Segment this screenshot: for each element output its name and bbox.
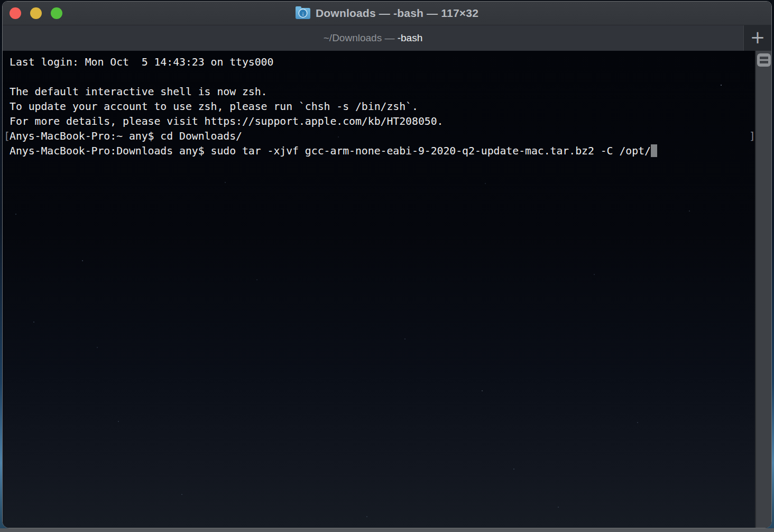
terminal-line: To update your account to use zsh, pleas… bbox=[10, 99, 753, 114]
new-tab-button[interactable]: + bbox=[743, 25, 771, 51]
terminal-content[interactable]: Last login: Mon Oct 5 14:43:23 on ttys00… bbox=[3, 51, 771, 528]
terminal-line-text: Last login: Mon Oct 5 14:43:23 on ttys00… bbox=[10, 56, 273, 68]
terminal-line-text: Anys-MacBook-Pro:Downloads any$ sudo tar… bbox=[10, 145, 651, 157]
tab-title-path: ~/Downloads — bbox=[324, 32, 398, 44]
title-bar[interactable]: Downloads — -bash — 117×32 bbox=[3, 2, 771, 25]
plus-icon: + bbox=[750, 28, 766, 46]
tab-title-process: -bash bbox=[398, 32, 423, 44]
terminal-line: [Anys-MacBook-Pro:~ any$ cd Downloads/] bbox=[10, 129, 753, 144]
terminal-line-text: The default interactive shell is now zsh… bbox=[10, 86, 268, 98]
split-pane-icon bbox=[760, 57, 768, 63]
traffic-lights bbox=[10, 7, 62, 19]
terminal-cursor bbox=[651, 144, 657, 157]
zoom-button[interactable] bbox=[51, 7, 62, 19]
terminal-lines: Last login: Mon Oct 5 14:43:23 on ttys00… bbox=[10, 55, 753, 159]
minimize-button[interactable] bbox=[30, 7, 42, 19]
downloads-folder-icon[interactable] bbox=[296, 8, 310, 19]
terminal-line: Last login: Mon Oct 5 14:43:23 on ttys00… bbox=[10, 55, 753, 70]
terminal-line: The default interactive shell is now zsh… bbox=[10, 85, 753, 99]
download-arrow-icon bbox=[299, 10, 307, 17]
tab-downloads-bash[interactable]: ~/Downloads — -bash bbox=[3, 25, 743, 51]
terminal-window: Downloads — -bash — 117×32 ~/Downloads —… bbox=[2, 1, 772, 528]
window-title: Downloads — -bash — 117×32 bbox=[316, 7, 478, 20]
terminal-line bbox=[10, 70, 753, 85]
desktop-bottom-strip bbox=[0, 528, 774, 532]
command-mark-open-icon: [ bbox=[4, 129, 10, 144]
window-title-group: Downloads — -bash — 117×32 bbox=[296, 7, 478, 20]
split-pane-button[interactable] bbox=[757, 53, 771, 67]
terminal-line-text: To update your account to use zsh, pleas… bbox=[10, 100, 418, 113]
terminal-line-text: Anys-MacBook-Pro:~ any$ cd Downloads/ bbox=[10, 130, 242, 142]
close-button[interactable] bbox=[10, 7, 21, 19]
terminal-line: Anys-MacBook-Pro:Downloads any$ sudo tar… bbox=[10, 144, 753, 159]
terminal-line-text: For more details, please visit https://s… bbox=[10, 115, 443, 127]
tab-bar: ~/Downloads — -bash + bbox=[3, 25, 771, 51]
scrollbar-track[interactable] bbox=[755, 51, 771, 528]
terminal-line: For more details, please visit https://s… bbox=[10, 114, 753, 129]
